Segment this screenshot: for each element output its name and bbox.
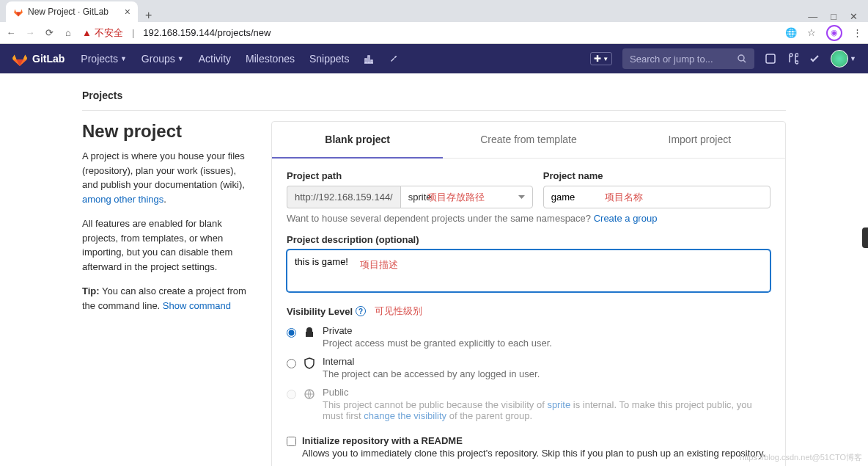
sprite-link[interactable]: sprite bbox=[547, 399, 570, 410]
nav-wrench-icon[interactable] bbox=[381, 53, 406, 65]
gitlab-logo[interactable]: GitLab bbox=[12, 51, 65, 67]
nav-snippets[interactable]: Snippets bbox=[302, 53, 356, 65]
annotation-visibility: 可见性级别 bbox=[375, 305, 422, 318]
tab-create-from-template[interactable]: Create from template bbox=[443, 122, 614, 158]
description-label: Project description (optional) bbox=[287, 234, 770, 245]
tab-blank-project[interactable]: Blank project bbox=[272, 122, 443, 159]
project-form: Blank project Create from template Impor… bbox=[271, 121, 786, 466]
avatar bbox=[831, 50, 848, 68]
bookmark-star-icon[interactable]: ☆ bbox=[807, 27, 816, 38]
new-button[interactable]: ✚ ▼ bbox=[590, 52, 612, 65]
show-command-link[interactable]: Show command bbox=[163, 300, 231, 311]
nav-milestones[interactable]: Milestones bbox=[238, 53, 302, 65]
window-minimize-icon[interactable]: — bbox=[808, 11, 817, 22]
insecure-badge[interactable]: ▲ 不安全 bbox=[82, 26, 123, 40]
svg-rect-1 bbox=[766, 54, 775, 63]
public-radio bbox=[287, 390, 296, 399]
forward-icon: → bbox=[25, 27, 35, 38]
project-name-input[interactable] bbox=[543, 186, 770, 208]
watermark: https://blog.csdn.net@51CTO博客 bbox=[740, 452, 862, 463]
window-maximize-icon[interactable]: □ bbox=[831, 11, 836, 22]
tab-title: New Project · GitLab bbox=[28, 7, 108, 17]
tab-import-project[interactable]: Import project bbox=[614, 122, 785, 158]
shield-icon bbox=[304, 357, 315, 369]
project-name-label: Project name bbox=[543, 170, 770, 181]
nav-groups[interactable]: Groups ▼ bbox=[134, 53, 191, 65]
nav-projects[interactable]: Projects ▼ bbox=[73, 53, 134, 65]
browser-tab-strip: New Project · GitLab × + — □ ✕ bbox=[0, 0, 868, 22]
among-other-things-link[interactable]: among other things bbox=[82, 194, 163, 205]
gitlab-favicon-icon bbox=[13, 7, 23, 17]
visibility-private[interactable]: PrivateProject access must be granted ex… bbox=[287, 325, 770, 349]
project-path-label: Project path bbox=[287, 170, 533, 181]
gitlab-header: GitLab Projects ▼ Groups ▼ Activity Mile… bbox=[0, 44, 868, 73]
page-title: New project bbox=[82, 121, 249, 142]
chevron-down-icon: ▼ bbox=[177, 55, 184, 62]
home-icon[interactable]: ⌂ bbox=[63, 27, 73, 38]
breadcrumb[interactable]: Projects bbox=[82, 85, 786, 110]
url-text[interactable]: 192.168.159.144/projects/new bbox=[143, 27, 271, 38]
side-description: New project A project is where you house… bbox=[82, 121, 249, 466]
browser-menu-icon[interactable]: ⋮ bbox=[853, 27, 862, 38]
browser-address-bar: ← → ⟳ ⌂ ▲ 不安全 | 192.168.159.144/projects… bbox=[0, 22, 868, 44]
nav-chart-icon[interactable] bbox=[356, 53, 381, 65]
window-close-icon[interactable]: ✕ bbox=[850, 11, 858, 22]
todos-icon[interactable] bbox=[809, 53, 820, 65]
user-menu[interactable]: ▼ bbox=[831, 50, 856, 68]
help-icon[interactable]: ? bbox=[356, 306, 366, 316]
translate-icon[interactable]: 🌐 bbox=[785, 27, 797, 38]
svg-point-0 bbox=[738, 55, 744, 61]
change-visibility-link[interactable]: change the visibility bbox=[364, 410, 446, 421]
nav-activity[interactable]: Activity bbox=[191, 53, 238, 65]
globe-icon bbox=[304, 388, 315, 400]
reload-icon[interactable]: ⟳ bbox=[44, 27, 54, 38]
readme-checkbox-row[interactable]: Initialize repository with a READMEAllow… bbox=[287, 434, 770, 459]
lock-icon bbox=[304, 327, 315, 338]
private-radio[interactable] bbox=[287, 328, 296, 338]
readme-checkbox[interactable] bbox=[287, 437, 296, 446]
visibility-public: PublicThis project cannot be public beca… bbox=[287, 387, 770, 421]
merge-requests-icon[interactable] bbox=[787, 53, 798, 65]
browser-tab[interactable]: New Project · GitLab × bbox=[6, 1, 138, 22]
new-tab-button[interactable]: + bbox=[138, 9, 159, 22]
search-icon bbox=[737, 54, 747, 64]
search-input[interactable]: Search or jump to... bbox=[622, 48, 754, 69]
profile-icon[interactable]: ◉ bbox=[826, 25, 842, 41]
internal-radio[interactable] bbox=[287, 359, 296, 368]
chevron-down-icon: ▼ bbox=[120, 55, 127, 62]
path-prefix: http://192.168.159.144/ bbox=[287, 186, 400, 208]
visibility-internal[interactable]: InternalThe project can be accessed by a… bbox=[287, 356, 770, 379]
close-tab-icon[interactable]: × bbox=[125, 6, 130, 18]
create-group-link[interactable]: Create a group bbox=[594, 213, 658, 224]
edge-handle[interactable] bbox=[862, 227, 868, 248]
description-textarea[interactable] bbox=[287, 250, 770, 292]
back-icon[interactable]: ← bbox=[6, 27, 16, 38]
gitlab-tanuki-icon bbox=[12, 51, 28, 67]
namespace-select[interactable]: sprite bbox=[400, 186, 533, 208]
visibility-label: Visibility Level bbox=[287, 306, 353, 317]
issues-icon[interactable] bbox=[765, 53, 776, 65]
